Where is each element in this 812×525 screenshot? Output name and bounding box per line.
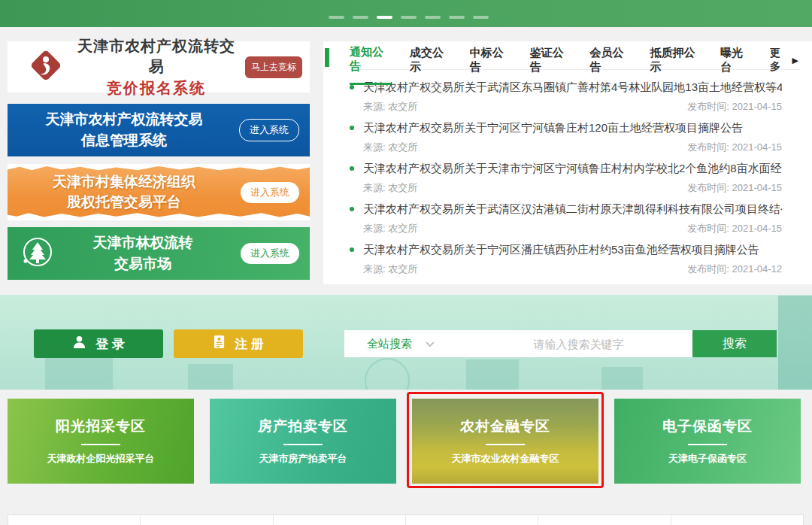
page: 天津市农村产权流转交易 竞价报名系统 马上去竞标 天津市农村产权流转交易 信息管… [0,0,812,525]
info-management-system-banner[interactable]: 天津市农村产权流转交易 信息管理系统 进入系统 [8,104,310,156]
zone-card-electronic-guarantee[interactable]: 电子保函专区 天津电子保函专区 [614,399,801,484]
news-source: 来源: 农交所 [363,222,417,235]
user-icon [72,335,86,353]
news-meta: 来源: 农交所 发布时间: 2021-04-15 [350,219,782,238]
news-source: 来源: 农交所 [363,100,417,114]
bullet-icon [350,247,354,252]
site-subtitle: 竞价报名系统 [75,78,238,99]
list-item: 天津农村产权交易所关于宁河区宁河镇鲁庄村120亩土地经营权项目摘牌公告 来源: … [350,118,782,156]
news-date: 发布时间: 2021-04-12 [687,262,782,276]
equity-trusteeship-platform-banner[interactable]: 天津市村集体经济组织 股权托管交易平台 进入系统 [8,164,310,220]
site-search-bar: 全站搜索 搜索 [344,330,777,357]
skyline-decoration [45,355,113,390]
list-item: 天津农村产权交易所关于宁河区潘庄镇西孙庄村约53亩鱼池经营权项目摘牌公告 来源:… [350,240,782,278]
news-meta: 来源: 农交所 发布时间: 2021-04-12 [350,259,782,278]
news-date: 发布时间: 2021-04-15 [687,222,782,235]
enter-system-button[interactable]: 进入系统 [241,243,299,264]
news-source: 来源: 农交所 [363,181,417,195]
news-source: 来源: 农交所 [363,262,417,276]
search-scope-label: 全站搜索 [367,337,412,351]
carousel-dot[interactable] [473,16,489,19]
footer-cell [140,515,272,525]
news-source: 来源: 农交所 [363,141,417,154]
divider [81,444,120,445]
tab-exposure[interactable]: 曝光台 [720,46,751,83]
news-date: 发布时间: 2021-04-15 [687,181,782,195]
tab-notice-announcements[interactable]: 通知公告 [350,45,391,85]
register-button[interactable]: 注 册 [174,329,303,358]
tab-deal-publicity[interactable]: 成交公示 [410,46,451,83]
search-scope-select[interactable]: 全站搜索 [344,330,457,357]
skyline-decoration [188,364,233,390]
carousel-dots [329,16,489,19]
news-meta: 来源: 农交所 发布时间: 2021-04-15 [350,138,782,156]
enter-system-button[interactable]: 进入系统 [241,182,299,203]
news-meta: 来源: 农交所 发布时间: 2021-04-15 [350,97,782,116]
footer-cell [8,515,140,525]
list-item: 天津农村产权交易所关于武清区汉沽港镇二街村原天津凯得利科技有限公司项目终结公告 … [350,199,782,238]
search-button[interactable]: 搜索 [692,330,777,357]
tab-winning-bid[interactable]: 中标公告 [470,46,511,83]
id-card-icon [213,335,226,353]
zone-card-rural-finance[interactable]: 农村金融专区 天津市农业农村金融专区 [412,399,598,484]
announcement-panel: 通知公告 成交公示 中标公告 鉴证公告 会员公告 抵质押公示 曝光台 更多 ▶ … [323,41,812,284]
footer-quick-links-row [8,514,804,525]
news-link[interactable]: 天津农村产权交易所关于天津市宁河区宁河镇鲁庄村村内学校北2个鱼池约8亩水面经营.… [350,159,782,178]
bullet-icon [350,126,354,130]
tab-accent-bar [325,48,329,67]
skyline-decoration [601,367,643,390]
news-link[interactable]: 天津农村产权交易所关于宁河区宁河镇鲁庄村120亩土地经营权项目摘牌公告 [350,118,782,138]
forest-rights-market-banner[interactable]: 天津市林权流转 交易市场 进入系统 [8,227,310,280]
divider [283,444,323,445]
carousel-dot[interactable] [401,16,417,19]
bullet-icon [350,85,354,90]
logo-diamond-icon [27,47,65,87]
news-link[interactable]: 天津农村产权交易所关于宁河区潘庄镇西孙庄村约53亩鱼池经营权项目摘牌公告 [350,240,782,259]
carousel-banner [0,0,812,27]
skyline-decoration [778,296,812,390]
footer-cell [273,515,405,525]
zone-card-sunshine-procurement[interactable]: 阳光招采专区 天津政村企阳光招采平台 [8,399,194,484]
more-arrow-icon: ▶ [792,56,798,65]
footer-cell [538,515,670,525]
ferris-wheel-decoration [365,358,410,390]
banner-title: 天津市村集体经济组织 股权托管交易平台 [8,171,241,213]
skyline-decoration [466,360,519,390]
divider [688,444,727,445]
carousel-dot[interactable] [425,16,441,19]
footer-cell [671,515,803,525]
tab-member[interactable]: 会员公告 [590,46,632,83]
tab-authentication[interactable]: 鉴证公告 [530,46,571,83]
carousel-dot[interactable] [449,16,465,19]
bullet-icon [350,207,354,211]
carousel-dot[interactable] [329,16,344,19]
news-date: 发布时间: 2021-04-15 [687,141,782,154]
more-link[interactable]: 更多 ▶ [770,47,798,81]
footer-cell [405,515,538,525]
news-meta: 来源: 农交所 发布时间: 2021-04-15 [350,178,782,197]
login-button[interactable]: 登 录 [34,329,163,358]
announcement-tabs: 通知公告 成交公示 中标公告 鉴证公告 会员公告 抵质押公示 曝光台 更多 ▶ [350,41,801,70]
carousel-dot[interactable] [353,16,368,19]
zone-card-property-auction[interactable]: 房产拍卖专区 天津市房产拍卖平台 [210,399,396,484]
site-title: 天津市农村产权流转交易 [75,36,238,77]
banner-title: 天津市林权流转 交易市场 [45,232,241,274]
divider [486,444,525,445]
logo-text: 天津市农村产权流转交易 竞价报名系统 [75,36,238,99]
bullet-icon [350,166,354,171]
chevron-down-icon [426,337,435,351]
enter-system-button[interactable]: 进入系统 [239,119,299,141]
go-bid-button[interactable]: 马上去竞标 [245,56,302,78]
news-date: 发布时间: 2021-04-15 [687,100,782,114]
search-input[interactable] [457,330,692,357]
announcement-list: 天津农村产权交易所关于武清区东马圈镇广善村第4号林业队园地13亩土地经营权等4个… [323,70,812,278]
list-item: 天津农村产权交易所关于天津市宁河区宁河镇鲁庄村村内学校北2个鱼池约8亩水面经营.… [350,159,782,197]
carousel-dot-active[interactable] [377,16,392,19]
news-link[interactable]: 天津农村产权交易所关于武清区汉沽港镇二街村原天津凯得利科技有限公司项目终结公告 [350,199,782,219]
search-hero-section: 登 录 注 册 全站搜索 搜索 [0,295,812,390]
banner-title: 天津市农村产权流转交易 信息管理系统 [8,109,241,150]
bidding-system-card: 天津市农村产权流转交易 竞价报名系统 马上去竞标 [8,41,310,93]
tab-pledge[interactable]: 抵质押公示 [650,46,701,83]
